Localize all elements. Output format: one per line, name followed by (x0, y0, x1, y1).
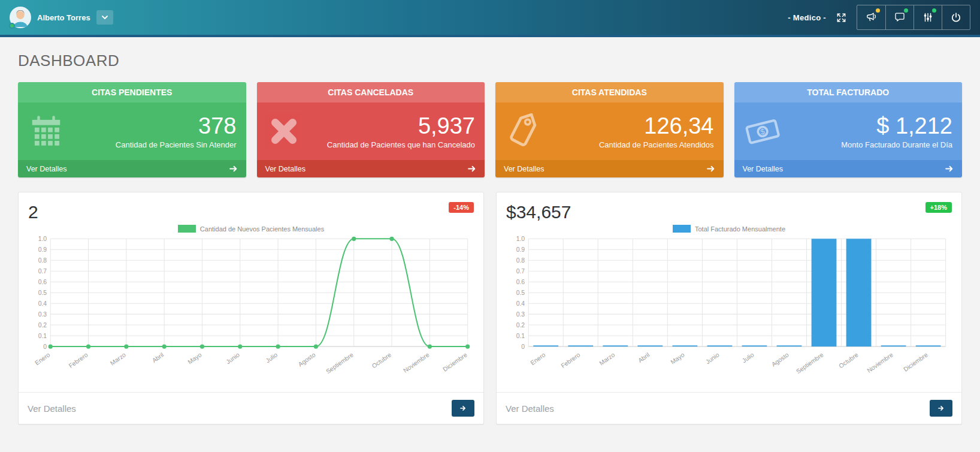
svg-text:Abril: Abril (637, 351, 651, 364)
ver-detalles-label: Ver Detalles (743, 165, 783, 173)
svg-text:Septiembre: Septiembre (795, 351, 825, 375)
card-value: 378 (116, 113, 237, 140)
announcements-button[interactable] (857, 5, 885, 29)
stat-card-citas-atendidas: CITAS ATENDIDAS 126,34 Cantidad de Pacie… (495, 82, 724, 177)
megaphone-icon (866, 11, 878, 23)
ver-detalles-label: Ver Detalles (26, 165, 66, 173)
card-title: CITAS ATENDIDAS (495, 82, 724, 103)
legend-swatch (178, 225, 196, 233)
svg-text:Junio: Junio (704, 351, 721, 365)
ver-detalles-link[interactable]: Ver Detalles (28, 403, 76, 414)
svg-text:Abril: Abril (151, 351, 165, 364)
svg-text:0.6: 0.6 (38, 279, 47, 285)
new-patients-line-chart: 00.10.20.30.40.50.60.70.80.91.0EneroFebr… (28, 234, 474, 388)
svg-text:0.5: 0.5 (38, 290, 47, 296)
top-navbar: Alberto Torres - Medico - (0, 0, 980, 37)
svg-text:Noviembre: Noviembre (402, 351, 430, 374)
panel-headline: 2 (28, 202, 38, 222)
card-value: 126,34 (599, 113, 714, 140)
svg-text:Julio: Julio (265, 351, 279, 364)
card-description: Cantidad de Pacientes Atendidos (599, 140, 714, 149)
card-value: 5,937 (327, 113, 475, 140)
user-menu-toggle[interactable] (96, 10, 113, 25)
card-description: Cantidad de Pacientes que han Cancelado (327, 140, 475, 149)
svg-text:1.0: 1.0 (38, 236, 47, 242)
svg-text:Octubre: Octubre (371, 351, 393, 369)
arrow-right-icon (459, 404, 467, 412)
x-mark-icon (267, 114, 314, 149)
ver-detalles-label: Ver Detalles (504, 165, 544, 173)
billing-bar-chart: 00.10.20.30.40.50.60.70.80.91.0EneroFebr… (506, 234, 952, 388)
svg-text:Febrero: Febrero (559, 351, 581, 369)
svg-text:0.7: 0.7 (38, 268, 47, 275)
svg-text:Diciembre: Diciembre (441, 351, 468, 373)
legend-swatch (673, 225, 691, 233)
chart-legend: Total Facturado Mensualmente (506, 225, 952, 233)
page-container: DASHBOARD CITAS PENDIENTES (0, 52, 980, 440)
user-name: Alberto Torres (37, 13, 90, 22)
ver-detalles-link[interactable]: Ver Detalles (495, 160, 724, 177)
fullscreen-button[interactable] (836, 12, 847, 23)
svg-text:Enero: Enero (34, 351, 51, 366)
ver-detalles-link[interactable]: Ver Detalles (734, 160, 963, 177)
svg-text:Mayo: Mayo (670, 351, 686, 366)
svg-text:Junio: Junio (225, 351, 241, 365)
svg-text:0.9: 0.9 (516, 246, 525, 253)
svg-text:0.8: 0.8 (516, 257, 525, 264)
svg-text:0.5: 0.5 (516, 290, 525, 296)
ver-detalles-link[interactable]: Ver Detalles (18, 160, 246, 177)
chart-legend: Cantidad de Nuevos Pacientes Mensuales (28, 225, 474, 233)
trend-badge: +18% (925, 202, 952, 213)
svg-text:0.9: 0.9 (38, 246, 47, 253)
settings-sliders-button[interactable] (914, 5, 942, 29)
svg-text:0.1: 0.1 (38, 333, 47, 339)
navbar-right: - Medico - (788, 5, 970, 30)
stat-card-citas-pendientes: CITAS PENDIENTES 378 Ca (18, 82, 246, 177)
card-title: CITAS CANCELADAS (257, 82, 485, 103)
ver-detalles-link[interactable]: Ver Detalles (506, 403, 554, 414)
arrow-right-icon (229, 164, 238, 173)
svg-text:Julio: Julio (741, 351, 755, 364)
online-status-dot (9, 23, 15, 29)
go-button[interactable] (930, 400, 952, 417)
svg-text:0.8: 0.8 (38, 257, 47, 264)
chart-panels-row: 2 -14% Cantidad de Nuevos Pacientes Mens… (18, 192, 962, 424)
calendar-icon (28, 113, 75, 150)
svg-text:0.3: 0.3 (38, 311, 47, 318)
stat-card-total-facturado: TOTAL FACTURADO $ $ 1,212 Monto Facturad… (734, 82, 963, 177)
card-description: Cantidad de Pacientes Sin Atender (116, 140, 237, 149)
svg-text:Diciembre: Diciembre (902, 351, 929, 373)
svg-text:Noviembre: Noviembre (866, 351, 894, 374)
svg-text:0: 0 (43, 343, 47, 350)
money-bill-icon: $ (744, 113, 792, 150)
trend-badge: -14% (449, 202, 474, 213)
new-patients-panel: 2 -14% Cantidad de Nuevos Pacientes Mens… (18, 192, 484, 424)
page-title: DASHBOARD (18, 52, 962, 70)
svg-text:Febrero: Febrero (68, 351, 89, 369)
stat-cards-row: CITAS PENDIENTES 378 Ca (18, 82, 962, 177)
arrow-right-icon (937, 404, 945, 412)
svg-text:0: 0 (521, 343, 525, 350)
arrow-right-icon (945, 164, 954, 173)
svg-text:Mayo: Mayo (187, 351, 203, 366)
svg-text:0.1: 0.1 (516, 333, 525, 339)
messages-button[interactable] (885, 5, 914, 29)
svg-text:0.4: 0.4 (516, 300, 525, 307)
ver-detalles-label: Ver Detalles (265, 165, 306, 173)
svg-text:Octubre: Octubre (837, 351, 860, 369)
navbar-icon-group (857, 5, 970, 30)
svg-text:Enero: Enero (529, 351, 546, 366)
user-avatar[interactable] (10, 7, 31, 28)
navbar-left: Alberto Torres (10, 7, 788, 28)
arrow-right-icon (467, 164, 476, 173)
role-label: - Medico - (788, 13, 826, 22)
logout-button[interactable] (942, 5, 970, 29)
fullscreen-icon (836, 12, 847, 23)
card-description: Monto Facturado Durante el Día (841, 140, 952, 149)
card-value: $ 1,212 (841, 113, 952, 140)
announcements-notification-dot (876, 8, 880, 13)
go-button[interactable] (452, 400, 474, 417)
svg-text:0.2: 0.2 (516, 322, 525, 329)
svg-text:0.6: 0.6 (516, 279, 525, 285)
ver-detalles-link[interactable]: Ver Detalles (257, 160, 485, 177)
